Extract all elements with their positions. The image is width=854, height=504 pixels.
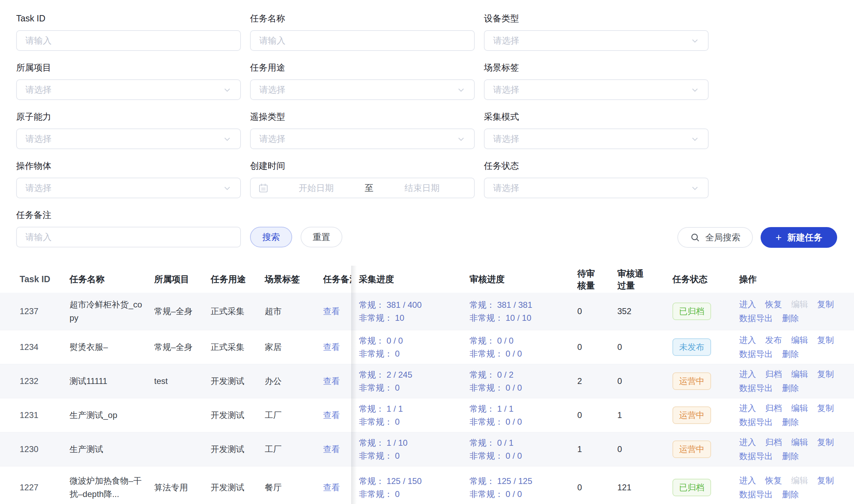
action-link-item[interactable]: 编辑 — [791, 436, 808, 448]
project-select[interactable]: 请选择 — [16, 79, 241, 100]
status-badge: 运营中 — [672, 406, 711, 424]
cell-passed-count: 121 — [613, 483, 672, 492]
search-button[interactable]: 搜索 — [250, 227, 292, 247]
date-range-separator: 至 — [361, 182, 377, 194]
view-remark-link[interactable]: 查看 — [323, 444, 351, 455]
cell-passed-count: 0 — [613, 444, 672, 454]
progress-line: 常规： 381 / 400 — [359, 298, 466, 311]
action-link-item[interactable]: 复制 — [817, 402, 834, 414]
action-link-item[interactable]: 复制 — [817, 334, 834, 346]
action-link-item[interactable]: 归档 — [765, 402, 782, 414]
collect-mode-select[interactable]: 请选择 — [484, 128, 709, 149]
table-row: 1230生产测试开发测试工厂查看常规： 1 / 10非常规： 0常规： 0 / … — [0, 432, 854, 466]
task-name-input[interactable]: 请输入 — [250, 30, 475, 51]
cell-scene-tag: 超市 — [265, 306, 323, 317]
view-remark-link[interactable]: 查看 — [323, 410, 351, 421]
action-link-item[interactable]: 进入 — [739, 402, 756, 414]
action-link-item[interactable]: 恢复 — [765, 298, 782, 310]
cell-project: 常规–全身 — [154, 305, 211, 318]
task-purpose-select[interactable]: 请选择 — [250, 79, 475, 100]
progress-line: 常规： 0 / 0 — [469, 334, 574, 347]
action-link-item[interactable]: 编辑 — [791, 334, 808, 346]
task-id-input[interactable]: 请输入 — [16, 30, 241, 51]
action-link-item[interactable]: 恢复 — [765, 475, 782, 486]
action-link-item[interactable]: 编辑 — [791, 368, 808, 380]
action-links: 进入发布编辑复制数据导出删除 — [739, 334, 840, 360]
task-name-text: 超市冷鲜柜补货_copy — [70, 298, 143, 325]
task-remark-input[interactable]: 请输入 — [16, 227, 241, 247]
action-link-item[interactable]: 编辑 — [791, 402, 808, 414]
action-link-item[interactable]: 删除 — [782, 489, 799, 500]
device-type-select[interactable]: 请选择 — [484, 30, 709, 51]
cell-collect-progress: 常规： 0 / 0非常规： 0 — [351, 334, 466, 360]
progress-line: 常规： 381 / 381 — [469, 298, 574, 311]
col-header-collect: 采集进度 — [351, 273, 466, 285]
operate-object-select[interactable]: 请选择 — [16, 178, 241, 198]
action-link-item[interactable]: 进入 — [739, 298, 756, 310]
cell-actions: 进入恢复编辑复制数据导出删除 — [736, 475, 854, 500]
teleop-type-label: 遥操类型 — [250, 112, 475, 121]
col-header-remark: 任务备注 — [323, 273, 351, 285]
action-link-item[interactable]: 数据导出 — [739, 416, 773, 428]
task-remark-label: 任务备注 — [16, 211, 241, 219]
task-id-label: Task ID — [16, 14, 241, 23]
cell-pending-count: 1 — [574, 444, 613, 454]
table-body: 1237超市冷鲜柜补货_copy常规–全身正式采集超市查看常规： 381 / 4… — [0, 293, 854, 504]
cell-task-name: 熨烫衣服– — [70, 340, 154, 354]
project-placeholder: 请选择 — [25, 84, 52, 95]
action-link-item[interactable]: 数据导出 — [739, 450, 773, 462]
action-link-item[interactable]: 进入 — [739, 334, 756, 346]
task-name-label: 任务名称 — [250, 14, 475, 23]
scene-tag-select[interactable]: 请选择 — [484, 79, 709, 100]
action-link-item[interactable]: 进入 — [739, 475, 756, 486]
action-link-item[interactable]: 数据导出 — [739, 489, 773, 500]
view-remark-link[interactable]: 查看 — [323, 341, 351, 353]
progress-line: 非常规： 0 — [359, 347, 466, 360]
table-row: 1231生产测试_op开发测试工厂查看常规： 1 / 1非常规： 0常规： 1 … — [0, 398, 854, 432]
action-link-item[interactable]: 发布 — [765, 334, 782, 346]
date-range-picker[interactable]: 开始日期 至 结束日期 — [250, 178, 475, 198]
global-search-button[interactable]: 全局搜索 — [677, 227, 753, 248]
collect-mode-label: 采集模式 — [484, 112, 709, 121]
filter-field-device-type: 设备类型 请选择 — [484, 14, 709, 51]
action-link-item[interactable]: 删除 — [782, 312, 799, 324]
action-link-item[interactable]: 删除 — [782, 348, 799, 360]
action-link-item[interactable]: 数据导出 — [739, 382, 773, 394]
cell-task-name: 生产测试 — [70, 443, 154, 456]
action-link-item[interactable]: 删除 — [782, 450, 799, 462]
action-link-item[interactable]: 进入 — [739, 368, 756, 380]
cell-project: 算法专用 — [154, 481, 211, 494]
cell-scene-tag: 工厂 — [265, 410, 323, 421]
action-link-item[interactable]: 复制 — [817, 475, 834, 486]
action-link-item[interactable]: 进入 — [739, 436, 756, 448]
cell-actions: 进入恢复编辑复制数据导出删除 — [736, 298, 854, 324]
create-task-button[interactable]: + 新建任务 — [761, 227, 837, 248]
atomic-ability-label: 原子能力 — [16, 112, 241, 121]
action-link-item[interactable]: 归档 — [765, 368, 782, 380]
action-link-item[interactable]: 数据导出 — [739, 348, 773, 360]
view-remark-link[interactable]: 查看 — [323, 376, 351, 387]
action-link-item[interactable]: 复制 — [817, 368, 834, 380]
cell-passed-count: 352 — [613, 306, 672, 316]
atomic-ability-select[interactable]: 请选择 — [16, 128, 241, 149]
action-links: 进入归档编辑复制数据导出删除 — [739, 436, 840, 462]
action-link-item[interactable]: 复制 — [817, 436, 834, 448]
view-remark-link[interactable]: 查看 — [323, 306, 351, 317]
action-link-item[interactable]: 归档 — [765, 436, 782, 448]
cell-task-id: 1227 — [0, 483, 70, 492]
cell-task-id: 1231 — [0, 410, 70, 420]
teleop-type-select[interactable]: 请选择 — [250, 128, 475, 149]
col-header-project: 所属项目 — [154, 273, 211, 285]
col-header-passed: 审核通过量 — [613, 267, 672, 291]
progress-line: 非常规： 0 / 0 — [469, 347, 574, 360]
action-link-item[interactable]: 复制 — [817, 298, 834, 310]
reset-button[interactable]: 重置 — [301, 227, 342, 247]
task-status-select[interactable]: 请选择 — [484, 178, 709, 198]
toolbar: 全局搜索 + 新建任务 — [677, 227, 837, 248]
action-link-item[interactable]: 数据导出 — [739, 312, 773, 324]
cell-task-id: 1237 — [0, 306, 70, 316]
action-link-item[interactable]: 删除 — [782, 416, 799, 428]
cell-task-name: 生产测试_op — [70, 409, 154, 422]
view-remark-link[interactable]: 查看 — [323, 482, 351, 493]
action-link-item[interactable]: 删除 — [782, 382, 799, 394]
